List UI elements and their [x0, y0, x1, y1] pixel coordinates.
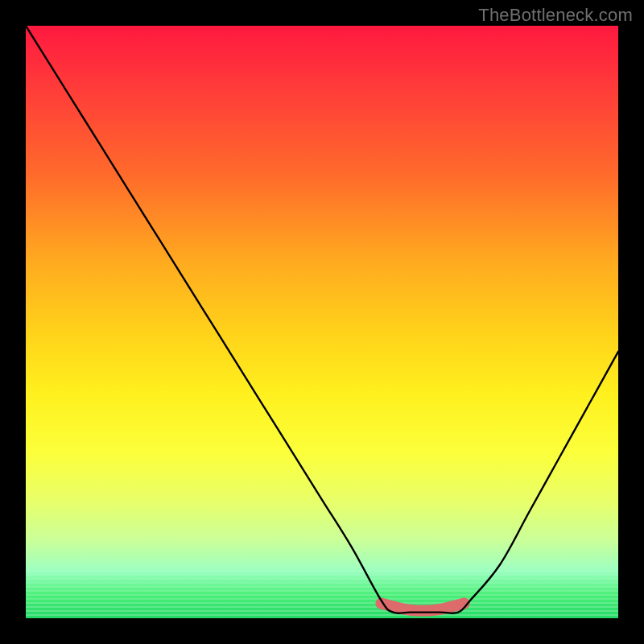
attribution-label: TheBottleneck.com — [478, 5, 633, 26]
sweet-spot-path — [376, 598, 464, 611]
chart-frame: TheBottleneck.com — [0, 0, 644, 644]
bottleneck-curve-path — [26, 26, 618, 613]
chart-svg — [26, 26, 618, 618]
plot-area — [26, 26, 618, 618]
